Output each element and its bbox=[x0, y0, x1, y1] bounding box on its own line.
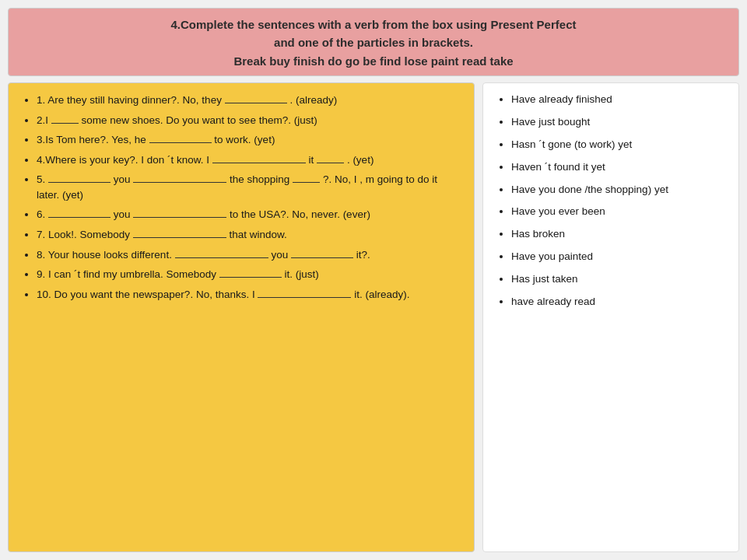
answers-list: Have already finished Have just bought H… bbox=[496, 93, 726, 317]
header-box: 4.Complete the sentences with a verb fro… bbox=[8, 8, 739, 76]
list-item: 5. you the shopping ?. No, I , m going t… bbox=[37, 172, 461, 202]
header-line2: and one of the particles in brackets. bbox=[274, 36, 473, 49]
right-panel: Have already finished Have just bought H… bbox=[482, 82, 739, 552]
list-item: 9. I can ´t find my umbrella. Somebody i… bbox=[37, 267, 461, 282]
list-item: Have you ever been bbox=[511, 205, 726, 219]
list-item: Have you done /the shopping) yet bbox=[511, 183, 726, 198]
list-item: 8. Your house looks different. you it?. bbox=[37, 247, 461, 263]
list-item: Haven ´t found it yet bbox=[511, 160, 726, 175]
list-item: 3.Is Tom here?. Yes, he to work. (yet) bbox=[37, 132, 461, 148]
header-line1: 4.Complete the sentences with a verb fro… bbox=[171, 18, 577, 31]
list-item: 2.I some new shoes. Do you want to see t… bbox=[37, 113, 461, 128]
list-item: 1. Are they still having dinner?. No, th… bbox=[37, 93, 461, 108]
list-item: 10. Do you want the newspaper?. No, than… bbox=[37, 287, 461, 303]
left-panel: 1. Are they still having dinner?. No, th… bbox=[8, 82, 475, 552]
list-item: 7. Look!. Somebody that window. bbox=[37, 227, 461, 243]
sentences-list: 1. Are they still having dinner?. No, th… bbox=[21, 93, 461, 302]
page: 4.Complete the sentences with a verb fro… bbox=[0, 0, 747, 560]
content-area: 1. Are they still having dinner?. No, th… bbox=[8, 82, 739, 552]
header-title: 4.Complete the sentences with a verb fro… bbox=[21, 16, 726, 51]
list-item: 6. you to the USA?. No, never. (ever) bbox=[37, 207, 461, 222]
list-item: have already read bbox=[511, 295, 726, 310]
list-item: Have you painted bbox=[511, 250, 726, 264]
list-item: Have just bought bbox=[511, 115, 726, 130]
list-item: Have already finished bbox=[511, 93, 726, 107]
list-item: Has just taken bbox=[511, 272, 726, 287]
list-item: 4.Where is your key?. I don ´t know. I i… bbox=[37, 152, 461, 168]
list-item: Hasn ´t gone (to work) yet bbox=[511, 138, 726, 152]
header-words: Break buy finish do go be find lose pain… bbox=[21, 54, 726, 68]
list-item: Has broken bbox=[511, 227, 726, 242]
